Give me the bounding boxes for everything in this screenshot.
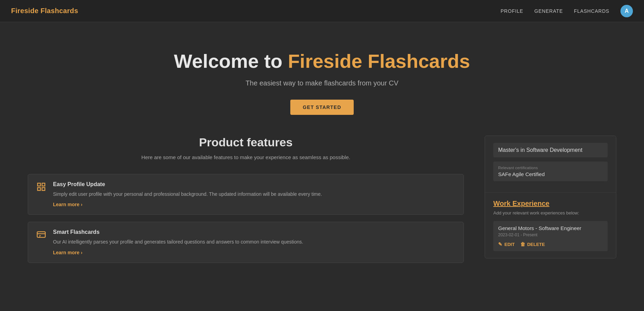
main-content: Product features Here are some of our av… xyxy=(0,136,644,270)
edit-work-item-button[interactable]: ✎ EDIT xyxy=(498,241,515,247)
nav-generate[interactable]: GENERATE xyxy=(534,8,563,14)
svg-rect-1 xyxy=(42,183,45,186)
work-experience-section: Work Experience Add your relevant work e… xyxy=(485,193,616,258)
features-desc: Here are some of our available features … xyxy=(28,153,464,162)
chevron-right-icon-2: › xyxy=(81,250,82,255)
certifications-field: Relevant certifications SAFe Agile Certi… xyxy=(493,162,608,181)
work-item-actions: ✎ EDIT 🗑 DELETE xyxy=(498,241,603,247)
nav-links: PROFILE GENERATE FLASHCARDS A xyxy=(501,5,633,17)
svg-rect-3 xyxy=(42,187,45,190)
work-item: General Motors - Software Engineer 2023-… xyxy=(493,221,608,251)
degree-value: Master's in Software Development xyxy=(498,147,603,153)
feature-name-smart-flashcards: Smart Flashcards xyxy=(53,229,303,235)
work-item-title: General Motors - Software Engineer xyxy=(498,225,603,231)
feature-body-smart-flashcards: Smart Flashcards Our AI intelligently pa… xyxy=(53,229,303,255)
feature-card-smart-flashcards: Smart Flashcards Our AI intelligently pa… xyxy=(28,222,464,263)
svg-rect-4 xyxy=(37,232,45,237)
degree-field: Master's in Software Development xyxy=(493,143,608,157)
chevron-right-icon: › xyxy=(81,202,82,207)
hero-title: Welcome to Fireside Flashcards xyxy=(174,50,470,72)
feature-name-profile-update: Easy Profile Update xyxy=(53,181,322,187)
certifications-label: Relevant certifications xyxy=(498,166,603,170)
nav-flashcards[interactable]: FLASHCARDS xyxy=(574,8,609,14)
work-item-dates: 2023-02-01 - Present xyxy=(498,232,603,237)
hero-title-prefix: Welcome to xyxy=(174,50,288,72)
profile-preview-card: Master's in Software Development Relevan… xyxy=(485,136,616,258)
brand-logo[interactable]: Fireside Flashcards xyxy=(11,7,78,15)
hero-section: Welcome to Fireside Flashcards The easie… xyxy=(0,22,644,136)
feature-card-profile-update: Easy Profile Update Simply edit user pro… xyxy=(28,174,464,215)
learn-more-profile-update[interactable]: Learn more › xyxy=(53,202,82,207)
education-section: Master's in Software Development Relevan… xyxy=(485,136,616,193)
hero-subtitle: The easiest way to make flashcards from … xyxy=(246,79,398,87)
feature-text-profile-update: Simply edit user profile with your perso… xyxy=(53,190,322,198)
nav-profile[interactable]: PROFILE xyxy=(501,8,523,14)
smart-flashcards-icon xyxy=(36,230,47,241)
work-experience-desc: Add your relevant work experiences below… xyxy=(493,210,608,216)
user-avatar[interactable]: A xyxy=(620,5,633,17)
get-started-button[interactable]: GET STARTED xyxy=(290,100,354,115)
feature-text-smart-flashcards: Our AI intelligently parses your profile… xyxy=(53,238,303,246)
learn-more-smart-flashcards[interactable]: Learn more › xyxy=(53,250,82,255)
features-title: Product features xyxy=(28,136,464,149)
delete-work-item-button[interactable]: 🗑 DELETE xyxy=(520,241,545,247)
svg-rect-0 xyxy=(38,183,41,186)
navbar: Fireside Flashcards PROFILE GENERATE FLA… xyxy=(0,0,644,22)
trash-icon: 🗑 xyxy=(520,241,525,247)
svg-rect-2 xyxy=(38,187,41,190)
profile-update-icon xyxy=(36,182,47,193)
profile-preview-column: Master's in Software Development Relevan… xyxy=(485,136,616,270)
features-column: Product features Here are some of our av… xyxy=(28,136,485,270)
work-experience-title: Work Experience xyxy=(493,200,608,208)
feature-body-profile-update: Easy Profile Update Simply edit user pro… xyxy=(53,181,322,208)
hero-title-highlight: Fireside Flashcards xyxy=(288,50,470,72)
pencil-icon: ✎ xyxy=(498,241,502,247)
certifications-value: SAFe Agile Certified xyxy=(498,171,603,177)
